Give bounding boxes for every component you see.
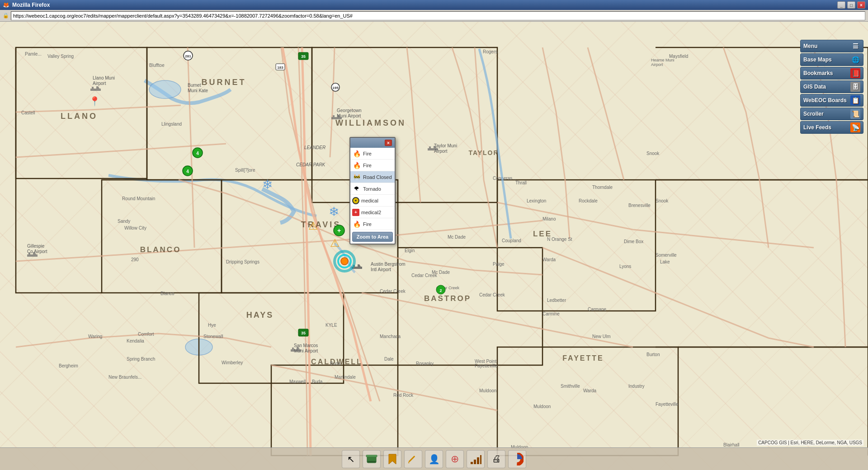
svg-text:Austin Bergstrom: Austin Bergstrom xyxy=(371,262,406,267)
svg-text:Carmane: Carmane xyxy=(588,307,607,312)
svg-text:Blufftoe: Blufftoe xyxy=(149,63,165,68)
svg-rect-137 xyxy=(474,460,476,464)
chart-tool-button[interactable] xyxy=(508,450,526,468)
zoom-to-area-button[interactable]: Zoom to Area xyxy=(352,232,393,242)
sidebar: Menu ☰ Base Maps 🌐 Bookmarks 📕 GIS Data … xyxy=(800,40,863,134)
menu-button[interactable]: Menu ☰ xyxy=(800,40,863,52)
print-tool-button[interactable]: 🖨 xyxy=(487,450,505,468)
svg-text:Georgetown: Georgetown xyxy=(337,108,361,113)
svg-text:Warda: Warda xyxy=(542,257,556,262)
window-title: Mozilla Firefox xyxy=(12,2,50,8)
svg-text:Kendalia: Kendalia xyxy=(127,338,144,343)
svg-text:Wimberley: Wimberley xyxy=(222,360,243,365)
popup-item-medical[interactable]: ● medical xyxy=(350,195,395,207)
popup-item-road-closed[interactable]: 🚧 Road Closed xyxy=(350,171,395,183)
svg-text:281: 281 xyxy=(185,54,191,58)
svg-text:Lexington: Lexington xyxy=(527,198,546,203)
svg-text:Elgin: Elgin xyxy=(405,248,415,253)
svg-text:195: 195 xyxy=(332,86,339,90)
bookmarks-icon: 📕 xyxy=(850,68,860,78)
svg-text:183: 183 xyxy=(277,66,283,70)
svg-text:BURNET: BURNET xyxy=(202,78,246,87)
svg-rect-136 xyxy=(471,462,473,464)
base-maps-button[interactable]: Base Maps 🌐 xyxy=(800,53,863,66)
popup-close-button[interactable]: × xyxy=(385,140,392,146)
svg-text:35: 35 xyxy=(301,331,306,335)
svg-text:Valley Spring: Valley Spring xyxy=(47,54,74,59)
svg-rect-138 xyxy=(477,457,479,464)
scroller-button[interactable]: Scroller 📜 xyxy=(800,108,863,120)
bookmark-tool-button[interactable] xyxy=(383,450,401,468)
svg-text:Mc Dade: Mc Dade xyxy=(432,270,450,275)
menu-icon: ☰ xyxy=(850,41,860,51)
svg-text:Snook: Snook xyxy=(646,151,660,156)
layers-tool-button[interactable] xyxy=(363,450,381,468)
popup-item-tornado[interactable]: 🌪 Tornado xyxy=(350,183,395,195)
svg-text:Lake: Lake xyxy=(660,259,670,264)
gis-data-button[interactable]: GIS Data 🗄 xyxy=(800,80,863,93)
popup-item-label-1: Fire xyxy=(363,151,372,156)
url-input[interactable] xyxy=(11,11,865,20)
svg-text:Thorndale: Thorndale xyxy=(592,185,613,190)
svg-text:Airport: Airport xyxy=(93,81,106,86)
svg-text:Spring Branch: Spring Branch xyxy=(127,357,155,362)
svg-text:Ledbetter: Ledbetter xyxy=(547,298,566,303)
maximize-button[interactable]: □ xyxy=(847,1,855,9)
svg-text:Brenesville: Brenesville xyxy=(628,203,651,208)
svg-text:Bergheim: Bergheim xyxy=(59,363,78,368)
svg-text:Waring: Waring xyxy=(88,334,102,339)
svg-text:Cedar Creek: Cedar Creek xyxy=(479,292,505,297)
svg-text:Muni Kate: Muni Kate xyxy=(188,88,208,93)
svg-text:TAYLOR: TAYLOR xyxy=(468,149,499,156)
svg-text:Burton: Burton xyxy=(646,352,660,357)
popup-item-fire-3[interactable]: 🔥 Fire xyxy=(350,218,395,230)
analytics-tool-button[interactable] xyxy=(467,450,485,468)
select-tool-button[interactable]: ↖ xyxy=(342,450,360,468)
svg-text:Lyons: Lyons xyxy=(619,264,631,269)
popup-item-label-7: Fire xyxy=(363,221,372,227)
svg-text:Dale: Dale xyxy=(384,357,394,362)
live-feeds-label: Live Feeds xyxy=(803,124,831,131)
popup-item-label-2: Fire xyxy=(363,163,372,168)
svg-text:Fayetteville: Fayetteville xyxy=(656,402,679,407)
live-feeds-icon: 📡 xyxy=(850,122,860,132)
svg-text:Burnet: Burnet xyxy=(188,83,201,88)
close-button[interactable]: × xyxy=(857,1,865,9)
svg-text:Blanco: Blanco xyxy=(160,291,175,296)
svg-marker-133 xyxy=(389,454,396,464)
edit-tool-button[interactable] xyxy=(404,450,422,468)
copyright-text: CAPCOG GIS | Esri, HERE, DeLorme, NGA, U… xyxy=(757,440,863,446)
svg-text:New Ulm: New Ulm xyxy=(592,334,611,339)
minimize-button[interactable]: _ xyxy=(837,1,845,9)
svg-text:Maxwell: Maxwell xyxy=(289,379,306,384)
titlebar: 🦊 Mozilla Firefox _ □ × xyxy=(0,0,868,10)
svg-text:Cedar Creek: Cedar Creek xyxy=(380,289,406,294)
bottom-toolbar: ↖ 👤 ⊕ xyxy=(0,447,868,470)
popup-item-medical2[interactable]: + medical2 xyxy=(350,207,395,218)
webeoc-boards-button[interactable]: WebEOC Boards 📋 xyxy=(800,94,863,107)
fire-icon-1: 🔥 xyxy=(352,149,361,158)
svg-text:Comfort: Comfort xyxy=(138,332,154,337)
svg-text:Red Rock: Red Rock xyxy=(393,393,414,398)
svg-text:Pamle...: Pamle... xyxy=(25,52,42,56)
map-background[interactable]: 35 35 183 281 195 LLANO BURNET WILLIAMSO… xyxy=(0,22,868,470)
bookmarks-button[interactable]: Bookmarks 📕 xyxy=(800,67,863,80)
svg-text:Rockdale: Rockdale xyxy=(579,198,598,203)
crosshair-tool-button[interactable]: ⊕ xyxy=(446,450,464,468)
popup-item-fire-1[interactable]: 🔥 Fire xyxy=(350,148,395,160)
popup-item-label-5: medical xyxy=(361,198,378,203)
live-feeds-button[interactable]: Live Feeds 📡 xyxy=(800,121,863,134)
globe-icon: 🌐 xyxy=(850,55,860,65)
menu-label: Menu xyxy=(803,43,817,49)
svg-text:290: 290 xyxy=(131,257,139,262)
svg-text:Rosanky: Rosanky xyxy=(416,361,434,366)
svg-text:Rogers: Rogers xyxy=(483,49,497,54)
road-closed-icon: 🚧 xyxy=(352,173,361,182)
fire-icon-2: 🔥 xyxy=(352,161,361,170)
lock-icon: 🔒 xyxy=(3,13,9,19)
person-tool-button[interactable]: 👤 xyxy=(425,450,443,468)
popup-panel: × 🔥 Fire 🔥 Fire 🚧 Road Closed 🌪 Tornado xyxy=(349,137,396,244)
svg-text:Smithville: Smithville xyxy=(561,384,580,389)
svg-rect-139 xyxy=(480,455,481,464)
popup-item-fire-2[interactable]: 🔥 Fire xyxy=(350,160,395,171)
